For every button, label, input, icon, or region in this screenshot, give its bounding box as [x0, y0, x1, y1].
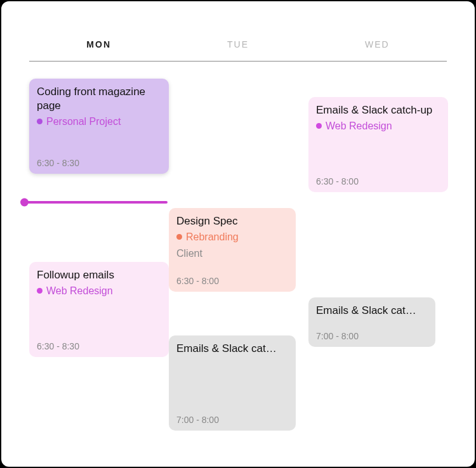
- day-header-tue[interactable]: TUE: [168, 39, 307, 49]
- calendar-grid: Coding front magazine page Personal Proj…: [29, 62, 447, 442]
- tag-dot-icon: [37, 288, 43, 294]
- event-time: 6:30 - 8:30: [37, 335, 161, 352]
- now-indicator: [24, 201, 168, 204]
- tag-dot-icon: [316, 123, 322, 129]
- tag-label: Web Redesign: [46, 285, 113, 297]
- event-time: 6:30 - 8:00: [176, 270, 288, 287]
- event-time: 6:30 - 8:30: [37, 152, 161, 169]
- tag-dot-icon: [37, 119, 43, 124]
- calendar-frame: MON TUE WED Coding front magazine page P…: [0, 0, 476, 468]
- event-emails-slack-grey-tue[interactable]: Emails & Slack cat… 7:00 - 8:00: [169, 335, 296, 431]
- event-followup-emails[interactable]: Followup emails Web Redesign 6:30 - 8:30: [29, 262, 169, 357]
- event-time: 6:30 - 8:00: [316, 171, 440, 187]
- event-title: Emails & Slack cat…: [176, 342, 288, 356]
- event-tag: Personal Project: [37, 115, 161, 128]
- event-time: 7:00 - 8:00: [176, 409, 288, 426]
- tag-sub-label: Client: [176, 247, 288, 260]
- event-title: Emails & Slack catch-up: [316, 103, 440, 117]
- tag-dot-icon: [176, 234, 182, 240]
- event-design-spec[interactable]: Design Spec Rebranding Client 6:30 - 8:0…: [169, 208, 296, 292]
- event-emails-slack-grey-wed[interactable]: Emails & Slack cat… 7:00 - 8:00: [308, 297, 435, 347]
- event-title: Emails & Slack cat…: [316, 304, 428, 318]
- day-header-mon[interactable]: MON: [29, 39, 168, 49]
- event-coding-front[interactable]: Coding front magazine page Personal Proj…: [29, 79, 169, 174]
- event-title: Design Spec: [176, 214, 288, 228]
- event-time: 7:00 - 8:00: [316, 325, 428, 342]
- tag-label: Web Redesign: [326, 120, 392, 133]
- tag-label: Personal Project: [46, 115, 121, 128]
- event-title: Followup emails: [37, 268, 161, 282]
- event-tag: Web Redesign: [316, 120, 440, 133]
- event-tag: Rebranding Client: [176, 231, 288, 260]
- tag-label: Rebranding: [186, 231, 239, 244]
- day-headers: MON TUE WED: [29, 39, 447, 62]
- event-title: Coding front magazine page: [37, 85, 161, 113]
- event-tag: Web Redesign: [37, 285, 161, 297]
- day-header-wed[interactable]: WED: [308, 39, 447, 49]
- event-emails-slack-wed[interactable]: Emails & Slack catch-up Web Redesign 6:3…: [308, 97, 448, 192]
